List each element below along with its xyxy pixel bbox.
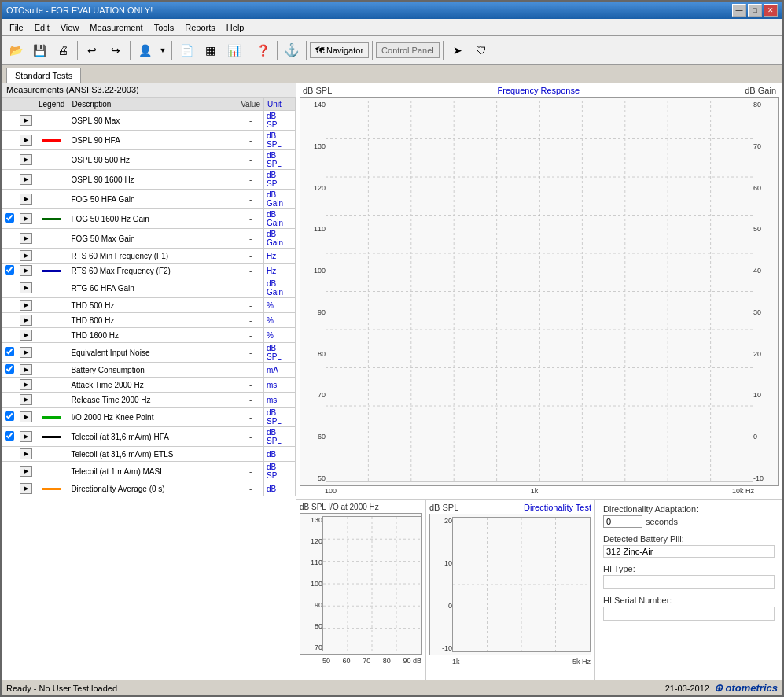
play-button[interactable]: ▶: [20, 411, 32, 422]
menu-reports[interactable]: Reports: [180, 21, 220, 34]
play-button[interactable]: ▶: [20, 265, 32, 276]
play-button[interactable]: ▶: [20, 154, 32, 165]
col-desc: Description: [68, 98, 237, 111]
menu-bar: File Edit View Measurement Tools Reports…: [2, 19, 782, 36]
row-description: Telecoil (at 31,6 mA/m) HFA: [68, 427, 237, 447]
play-button[interactable]: ▶: [20, 250, 32, 261]
freq-chart-container: dB SPL Frequency Response dB Gain 140 13…: [296, 83, 782, 499]
close-button[interactable]: ✕: [764, 4, 778, 17]
row-description: OSPL 90 1600 Hz: [68, 170, 237, 190]
play-button[interactable]: ▶: [20, 347, 32, 358]
menu-edit[interactable]: Edit: [30, 21, 54, 34]
patient-button[interactable]: 👤: [134, 39, 156, 61]
shield-icon[interactable]: 🛡: [470, 39, 492, 61]
table-row: ▶RTS 60 Max Frequency (F2)-Hz: [2, 264, 296, 278]
separator-7: [372, 41, 373, 60]
control-panel-button[interactable]: Control Panel: [376, 42, 440, 58]
freq-chart-title-row: dB SPL Frequency Response dB Gain: [300, 86, 779, 95]
status-right: 21-03-2012 ⊕ otometrics: [665, 682, 778, 694]
row-value: -: [237, 447, 264, 462]
row-unit: dB SPL: [264, 343, 296, 363]
io-chart-container: dB SPL I/O at 2000 Hz 130 120 110 100 90…: [296, 500, 426, 680]
row-description: OSPL 90 Max: [68, 111, 237, 131]
report-button[interactable]: 📄: [175, 39, 197, 61]
print-button[interactable]: 🖨: [52, 39, 74, 61]
play-button[interactable]: ▶: [20, 379, 32, 390]
directionality-adaptation-label: Directionality Adaptation:: [603, 504, 775, 514]
row-checkbox-input[interactable]: [5, 364, 14, 374]
menu-file[interactable]: File: [5, 21, 28, 34]
legend-line: [42, 416, 61, 419]
play-button[interactable]: ▶: [20, 174, 32, 185]
row-description: RTS 60 Max Frequency (F2): [68, 264, 237, 278]
grid-button[interactable]: ▦: [199, 39, 221, 61]
play-button[interactable]: ▶: [20, 431, 32, 442]
row-checkbox-input[interactable]: [5, 347, 14, 356]
freq-chart-area: 140 130 120 110 100 90 80 70 60 50: [300, 97, 779, 486]
navigator-button[interactable]: 🗺 Navigator: [310, 42, 369, 58]
maximize-button[interactable]: □: [748, 4, 762, 17]
play-button[interactable]: ▶: [20, 233, 32, 244]
navigator-label: Navigator: [326, 46, 363, 55]
minimize-button[interactable]: —: [732, 4, 746, 17]
row-checkbox-input[interactable]: [5, 265, 14, 275]
row-checkbox-input[interactable]: [5, 431, 14, 441]
row-unit: dB SPL: [264, 408, 296, 427]
row-description: THD 1600 Hz: [68, 328, 237, 343]
play-button[interactable]: ▶: [20, 448, 32, 459]
row-checkbox-input[interactable]: [5, 213, 14, 223]
play-button[interactable]: ▶: [20, 300, 32, 311]
redo-button[interactable]: ↪: [105, 39, 127, 61]
navigator-icon: 🗺: [315, 46, 324, 55]
row-value: -: [237, 190, 264, 209]
play-button[interactable]: ▶: [20, 394, 32, 405]
row-description: Telecoil (at 1 mA/m) MASL: [68, 462, 237, 481]
help-btn[interactable]: ❓: [252, 39, 274, 61]
menu-measurement[interactable]: Measurement: [85, 21, 147, 34]
play-button[interactable]: ▶: [20, 364, 32, 375]
dir-chart-svg: [453, 518, 590, 651]
row-value: -: [237, 378, 264, 393]
menu-tools[interactable]: Tools: [149, 21, 179, 34]
play-button[interactable]: ▶: [20, 330, 32, 341]
directionality-value-input[interactable]: [603, 515, 642, 528]
play-button[interactable]: ▶: [20, 315, 32, 326]
separator-8: [443, 41, 444, 60]
row-description: Directionality Average (0 s): [68, 481, 237, 496]
tab-standard-tests[interactable]: Standard Tests: [6, 68, 81, 83]
open-button[interactable]: 📂: [5, 39, 27, 61]
arrow-icon[interactable]: ➤: [447, 39, 469, 61]
freq-chart-title: Frequency Response: [498, 86, 580, 95]
row-checkbox-input[interactable]: [5, 411, 14, 421]
play-button[interactable]: ▶: [20, 135, 32, 146]
play-button[interactable]: ▶: [20, 115, 32, 126]
row-unit: %: [264, 313, 296, 328]
content-area: Measurements (ANSI S3.22-2003) Legend De…: [2, 83, 782, 695]
control-panel-label: Control Panel: [381, 46, 434, 55]
play-button[interactable]: ▶: [20, 483, 32, 494]
play-button[interactable]: ▶: [20, 213, 32, 224]
anchor-icon[interactable]: ⚓: [281, 39, 303, 61]
info-panel: Directionality Adaptation: seconds Detec…: [595, 500, 782, 680]
row-unit: %: [264, 298, 296, 313]
row-unit: ms: [264, 378, 296, 393]
row-value: -: [237, 462, 264, 481]
menu-help[interactable]: Help: [222, 21, 249, 34]
hi-serial-value: [603, 607, 775, 621]
play-button[interactable]: ▶: [20, 466, 32, 477]
menu-view[interactable]: View: [56, 21, 84, 34]
undo-button[interactable]: ↩: [81, 39, 103, 61]
dir-chart-area: 20 10 0 -10: [429, 514, 591, 655]
row-unit: Hz: [264, 264, 296, 278]
battery-pill-value: 312 Zinc-Air: [603, 545, 775, 558]
panels-area: Measurements (ANSI S3.22-2003) Legend De…: [2, 83, 782, 680]
row-description: THD 800 Hz: [68, 313, 237, 328]
save-button[interactable]: 💾: [28, 39, 50, 61]
play-button[interactable]: ▶: [20, 282, 32, 293]
play-button[interactable]: ▶: [20, 194, 32, 205]
drop-button[interactable]: ▼: [157, 39, 168, 61]
col-check: [2, 98, 17, 111]
app-window: OTOsuite - FOR EVALUATION ONLY! — □ ✕ Fi…: [0, 0, 784, 697]
export-button[interactable]: 📊: [223, 39, 245, 61]
row-value: -: [237, 393, 264, 408]
